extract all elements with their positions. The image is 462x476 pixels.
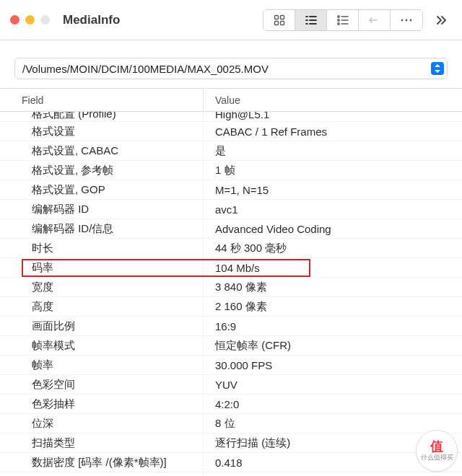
svg-point-12 [337,19,339,20]
updown-icon [434,64,441,73]
path-bar [0,40,462,89]
expand-toolbar-button[interactable] [430,15,452,25]
table-row[interactable]: 格式设置CABAC / 1 Ref Frames [0,122,462,141]
row-field: 编解码器 ID/信息 [0,219,204,238]
row-field: 扫描类型 [0,433,204,452]
row-value: 30.000 FPS [204,359,462,371]
row-value: 4:2:0 [204,398,462,410]
row-value: 16:9 [204,320,462,332]
grid-view-button[interactable] [263,10,295,30]
row-field: 宽度 [0,278,204,296]
list-lines-button[interactable] [295,10,327,30]
row-field: 画面比例 [0,317,204,335]
file-path-input[interactable] [14,58,448,79]
chevron-double-right-icon [435,15,447,25]
table-row[interactable]: 色彩抽样4:2:0 [0,395,462,414]
row-value: 2 160 像素 [204,300,462,314]
row-field: 格式设置, CABAC [0,141,204,160]
zoom-icon[interactable] [40,15,50,25]
column-field[interactable]: Field [0,89,204,111]
row-value: YUV [204,379,462,391]
table-row[interactable]: 时长44 秒 300 毫秒 [0,239,462,258]
row-field: 帧率 [0,356,204,374]
svg-point-14 [337,22,339,24]
row-value: High@L5.1 [204,112,462,120]
row-value: M=1, N=15 [204,184,462,196]
more-button[interactable] [391,10,422,30]
svg-rect-2 [274,21,278,25]
row-value: 104 Mb/s [204,262,462,274]
row-field: 色彩抽样 [0,395,204,413]
titlebar: MediaInfo [0,0,462,40]
watermark-text: 什么值得买 [421,453,453,462]
svg-rect-1 [280,15,284,19]
table-row[interactable]: 帧率模式恒定帧率 (CFR) [0,336,462,356]
row-field: 格式配置 (Profile) [0,112,204,121]
table-row[interactable]: 格式配置 (Profile)High@L5.1 [0,112,462,122]
svg-rect-0 [274,15,278,19]
row-field: 流大小 [0,472,204,476]
row-field: 色彩空间 [0,375,204,394]
grid-icon [274,14,285,26]
undo-icon [368,15,381,25]
row-field: 高度 [0,297,204,316]
list-bullets-button[interactable] [327,10,359,30]
row-field: 位深 [0,414,204,433]
table-row[interactable]: 码率104 Mb/s [0,258,462,278]
table-row[interactable]: 画面比例16:9 [0,317,462,336]
row-value: CABAC / 1 Ref Frames [204,125,462,138]
table-row[interactable]: 宽度3 840 像素 [0,278,462,297]
table-row[interactable]: 格式设置, GOPM=1, N=15 [0,180,462,200]
list-bullets-icon [336,15,349,25]
row-value: 44 秒 300 毫秒 [204,242,462,255]
table-row[interactable]: 数据密度 [码率 /(像素*帧率)]0.418 [0,453,462,472]
table-row[interactable]: 帧率30.000 FPS [0,356,462,375]
table-row[interactable]: 流大小549 MiB (100%) [0,472,462,476]
table-row[interactable]: 色彩空间YUV [0,375,462,395]
row-field: 格式设置 [0,122,204,141]
svg-point-18 [410,19,412,21]
row-value: 1 帧 [204,164,462,177]
svg-point-17 [406,19,408,21]
row-field: 时长 [0,239,204,257]
column-value[interactable]: Value [204,94,462,106]
row-field: 帧率模式 [0,336,204,355]
row-field: 编解码器 ID [0,200,204,219]
row-field: 码率 [0,258,204,277]
minimize-icon[interactable] [25,15,35,25]
row-value: Advanced Video Coding [204,223,462,235]
close-icon[interactable] [10,15,19,25]
more-icon [400,18,413,22]
app-title: MediaInfo [63,13,120,27]
table-row[interactable]: 高度2 160 像素 [0,297,462,317]
undo-button[interactable] [359,10,391,30]
row-value: 是 [204,144,462,158]
table-row[interactable]: 编解码器 IDavc1 [0,200,462,219]
view-switcher [263,9,423,31]
table-row[interactable]: 格式设置, CABAC是 [0,141,462,161]
table-row[interactable]: 编解码器 ID/信息Advanced Video Coding [0,219,462,239]
row-value: 3 840 像素 [204,281,462,294]
svg-rect-3 [280,21,284,25]
row-value: 恒定帧率 (CFR) [204,339,462,353]
window-controls [10,15,50,25]
watermark: 值 什么值得买 [416,430,458,472]
list-lines-icon [305,15,318,25]
table-row[interactable]: 位深8 位 [0,414,462,433]
svg-point-10 [337,15,339,17]
properties-table: 格式配置 (Profile)High@L5.1格式设置CABAC / 1 Ref… [0,112,462,476]
path-dropdown-button[interactable] [431,62,444,75]
column-header: Field Value [0,89,462,112]
row-value: avc1 [204,203,462,216]
svg-point-16 [401,19,404,21]
watermark-glyph: 值 [430,440,443,453]
row-value: 8 位 [204,417,462,431]
table-row[interactable]: 格式设置, 参考帧1 帧 [0,161,462,180]
row-field: 格式设置, GOP [0,180,204,199]
row-field: 格式设置, 参考帧 [0,161,204,180]
table-row[interactable]: 扫描类型逐行扫描 (连续) [0,433,462,453]
row-field: 数据密度 [码率 /(像素*帧率)] [0,453,204,472]
